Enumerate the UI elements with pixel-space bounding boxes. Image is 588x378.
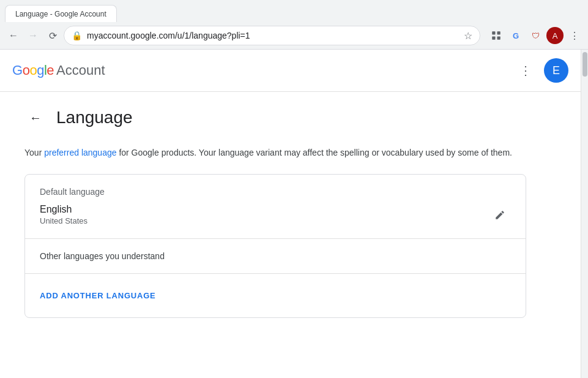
header-right: ⋮ E [515,58,568,83]
main-content: ← Language Your preferred language for G… [0,92,551,333]
default-language-label: Default language [40,187,511,197]
reload-button[interactable]: ⟳ [44,27,61,44]
avatar-initial: E [553,64,560,77]
back-title-row: ← Language [24,107,526,129]
profile-initial: A [553,31,558,40]
logo-area: Google Account [12,62,105,78]
logo-o2: o [29,62,37,78]
ublock-icon-btn[interactable]: 🛡 [527,27,544,44]
page-content: Google Account ⋮ E ← Language Your prefe… [0,50,581,378]
account-label: Account [56,62,105,78]
toolbar-icons: G 🛡 A ⋮ [488,27,583,44]
edit-icon [494,210,505,221]
description-part2: for Google products. Your language varia… [117,148,512,157]
svg-rect-3 [497,37,501,40]
logo-e: e [47,62,54,78]
language-card: Default language English United States [24,174,526,318]
language-name: English [40,204,87,215]
url-text: myaccount.google.com/u/1/language?pli=1 [87,31,459,40]
star-icon: ☆ [464,30,472,42]
svg-rect-1 [497,31,501,34]
scrollbar-track[interactable] [581,50,588,378]
forward-button[interactable]: → [24,27,42,44]
logo-G: G [12,62,23,78]
scrollbar-thumb[interactable] [582,52,587,77]
tab-bar: Language - Google Account [0,0,588,22]
language-info: English United States [40,204,87,225]
svg-rect-2 [492,37,495,40]
tab-title: Language - Google Account [15,10,106,18]
page-container: Google Account ⋮ E ← Language Your prefe… [0,50,588,378]
browser-chrome: Language - Google Account ← → ⟳ 🔒 myacco… [0,0,588,50]
add-language-button[interactable]: ADD ANOTHER LANGUAGE [40,286,156,305]
language-region: United States [40,216,87,225]
account-avatar[interactable]: E [544,58,568,83]
page-header: Google Account ⋮ E [0,50,581,92]
logo-o1: o [23,62,30,78]
logo-g: g [37,62,44,78]
menu-button[interactable]: ⋮ [566,27,583,44]
address-bar: ← → ⟳ 🔒 myaccount.google.com/u/1/languag… [0,22,588,49]
extensions-icon-btn[interactable] [488,27,505,44]
lock-icon: 🔒 [72,31,82,40]
page-title: Language [56,108,133,127]
back-button[interactable]: ← [5,27,22,44]
active-tab[interactable]: Language - Google Account [5,5,117,22]
add-language-section: ADD ANOTHER LANGUAGE [25,273,526,317]
back-to-account-button[interactable]: ← [24,107,47,129]
language-row: English United States [40,204,511,226]
edit-language-button[interactable] [489,204,511,226]
header-menu-button[interactable]: ⋮ [515,59,537,81]
description-part1: Your [24,148,44,157]
description: Your preferred language for Google produ… [24,146,526,159]
other-languages-section: Other languages you understand [25,238,526,273]
default-language-section: Default language English United States [25,175,526,238]
svg-rect-0 [492,31,495,34]
preferred-language-link[interactable]: preferred language [44,148,116,157]
grammarly-icon-btn[interactable]: G [507,27,524,44]
google-logo: Google [12,62,54,78]
profile-avatar-button[interactable]: A [546,27,564,44]
other-languages-label: Other languages you understand [40,251,511,261]
url-bar[interactable]: 🔒 myaccount.google.com/u/1/language?pli=… [64,26,480,45]
